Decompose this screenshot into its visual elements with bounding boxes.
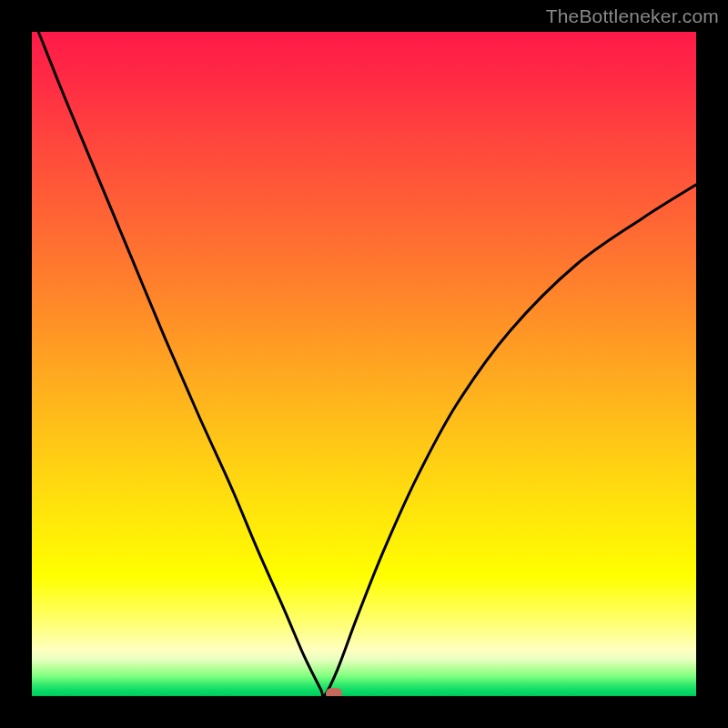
plot-area [32, 32, 696, 696]
minimum-marker [326, 688, 342, 696]
bottleneck-curve [38, 32, 696, 696]
watermark-text: TheBottleneker.com [546, 5, 719, 27]
curve-svg [32, 32, 696, 696]
chart-frame: TheBottleneker.com [0, 0, 728, 728]
